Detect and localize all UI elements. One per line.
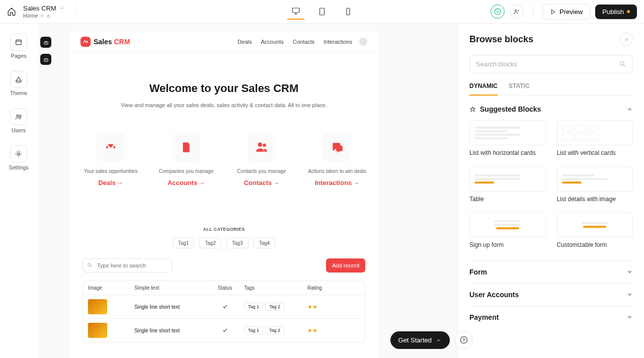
nav-contacts[interactable]: Contacts xyxy=(293,39,314,45)
block-list-horizontal[interactable]: List with horizontal cards xyxy=(469,120,546,157)
svg-point-14 xyxy=(620,62,624,66)
rating-stars: ★★ xyxy=(302,319,333,342)
nav-pages[interactable]: Pages xyxy=(10,34,27,59)
tab-dynamic[interactable]: DYNAMIC xyxy=(469,82,498,96)
home-icon[interactable] xyxy=(7,7,16,16)
th-text[interactable]: Simple text xyxy=(129,281,211,295)
check-icon xyxy=(211,319,239,342)
table-search-input[interactable] xyxy=(83,258,172,273)
add-record-button[interactable]: Add record xyxy=(326,258,365,273)
rating-stars: ★★ xyxy=(302,295,333,318)
svg-point-0 xyxy=(42,15,43,16)
nav-theme[interactable]: Theme xyxy=(10,71,27,96)
hero-subtitle: View and manage all your sales deals, sa… xyxy=(86,102,362,108)
svg-rect-11 xyxy=(44,41,47,44)
chevron-down-icon xyxy=(626,268,633,275)
search-icon xyxy=(619,60,626,68)
th-status[interactable]: Status xyxy=(211,281,239,295)
table-row[interactable]: Single line short text Tag 1Tag 2 ★★ xyxy=(83,319,365,342)
th-rating[interactable]: Rating xyxy=(302,281,333,295)
card-contacts[interactable]: Contacts you manageContacts → xyxy=(231,133,292,187)
svg-point-6 xyxy=(515,10,517,12)
avatar[interactable] xyxy=(359,38,367,46)
panel-title: Browse blocks xyxy=(469,34,533,45)
card-interactions[interactable]: Actions taken to win dealsInteractions → xyxy=(307,133,367,187)
chevron-up-icon xyxy=(626,106,633,113)
tag-filter[interactable]: Tag1 xyxy=(173,238,195,248)
block-list-vertical[interactable]: List with vertical cards xyxy=(557,120,633,157)
gear-icon[interactable] xyxy=(40,14,44,18)
chevron-down-icon[interactable] xyxy=(59,6,65,11)
svg-point-13 xyxy=(88,263,91,266)
hero-title: Welcome to your Sales CRM xyxy=(86,82,362,95)
block-custom-form[interactable]: Customizable form xyxy=(557,212,633,249)
thumb-image xyxy=(88,299,107,314)
svg-rect-2 xyxy=(292,8,299,13)
tab-static[interactable]: STATIC xyxy=(509,82,530,96)
lock-header-icon[interactable] xyxy=(40,37,51,48)
app-logo[interactable]: Sales CRM xyxy=(80,37,130,47)
search-icon xyxy=(87,262,93,268)
block-search-input[interactable] xyxy=(476,60,619,68)
table-row[interactable]: Single line short text Tag 1Tag 2 ★★ xyxy=(83,295,365,319)
card-deals[interactable]: Your sales opportunitiesDeals → xyxy=(80,133,141,187)
check-icon xyxy=(211,295,239,318)
nav-accounts[interactable]: Accounts xyxy=(261,39,283,45)
canvas-page[interactable]: Sales CRM Deals Accounts Contacts Intera… xyxy=(70,32,377,358)
th-tags[interactable]: Tags xyxy=(239,281,302,295)
svg-rect-1 xyxy=(48,16,50,17)
star-icon xyxy=(469,106,476,113)
device-mobile[interactable] xyxy=(340,4,357,20)
section-payment[interactable]: Payment xyxy=(469,306,633,328)
preview-button[interactable]: Preview xyxy=(542,4,590,20)
device-desktop[interactable] xyxy=(287,4,304,20)
chevron-down-icon xyxy=(626,291,633,298)
svg-rect-4 xyxy=(347,8,350,15)
th-image[interactable]: Image xyxy=(83,281,129,295)
svg-rect-12 xyxy=(44,58,47,61)
svg-point-5 xyxy=(495,9,501,15)
all-categories-label: ALL CATEGORIES xyxy=(70,227,377,232)
tag-filter[interactable]: Tag3 xyxy=(226,238,249,248)
collaborators-icon[interactable] xyxy=(510,5,524,19)
block-list-details[interactable]: List details with image xyxy=(557,166,633,204)
svg-point-9 xyxy=(20,115,21,117)
device-tablet[interactable] xyxy=(313,4,331,20)
section-form[interactable]: Form xyxy=(469,260,633,283)
section-suggested[interactable]: Suggested Blocks xyxy=(469,105,633,113)
status-check-icon[interactable] xyxy=(491,5,505,19)
svg-point-8 xyxy=(17,115,19,117)
nav-deals[interactable]: Deals xyxy=(237,39,252,45)
lock-section-icon[interactable] xyxy=(40,54,51,65)
svg-point-10 xyxy=(18,153,20,155)
nav-users[interactable]: Users xyxy=(10,108,27,133)
help-button[interactable] xyxy=(455,331,473,349)
publish-dot-icon xyxy=(627,10,630,13)
svg-rect-7 xyxy=(16,40,22,44)
svg-rect-3 xyxy=(320,8,325,15)
card-accounts[interactable]: Companies you manageAccounts → xyxy=(156,133,216,187)
nav-interactions[interactable]: Interactions xyxy=(324,39,352,45)
block-table[interactable]: Table xyxy=(469,166,546,204)
chevron-down-icon xyxy=(626,314,633,320)
page-name[interactable]: Home xyxy=(23,13,38,19)
nav-settings[interactable]: Settings xyxy=(9,145,29,170)
svg-point-15 xyxy=(460,336,467,343)
thumb-image xyxy=(88,323,107,338)
section-user-accounts[interactable]: User Accounts xyxy=(469,283,633,306)
close-panel-button[interactable] xyxy=(620,33,633,46)
tag-filter[interactable]: Tag4 xyxy=(254,238,276,248)
chevron-up-icon xyxy=(436,337,442,343)
get-started-button[interactable]: Get Started xyxy=(390,331,450,349)
block-signup-form[interactable]: Sign up form xyxy=(469,212,546,249)
lock-icon xyxy=(46,14,51,18)
project-name[interactable]: Sales CRM xyxy=(23,5,56,12)
tag-filter[interactable]: Tag2 xyxy=(199,238,221,248)
publish-button[interactable]: Publish xyxy=(595,5,637,19)
